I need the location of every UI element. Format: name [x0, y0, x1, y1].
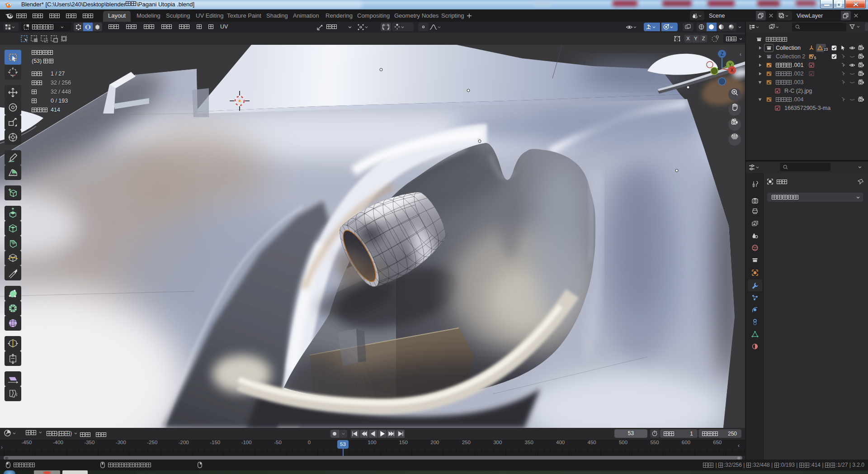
svg-text:X: X: [731, 68, 734, 73]
svg-text:Z: Z: [721, 52, 723, 57]
